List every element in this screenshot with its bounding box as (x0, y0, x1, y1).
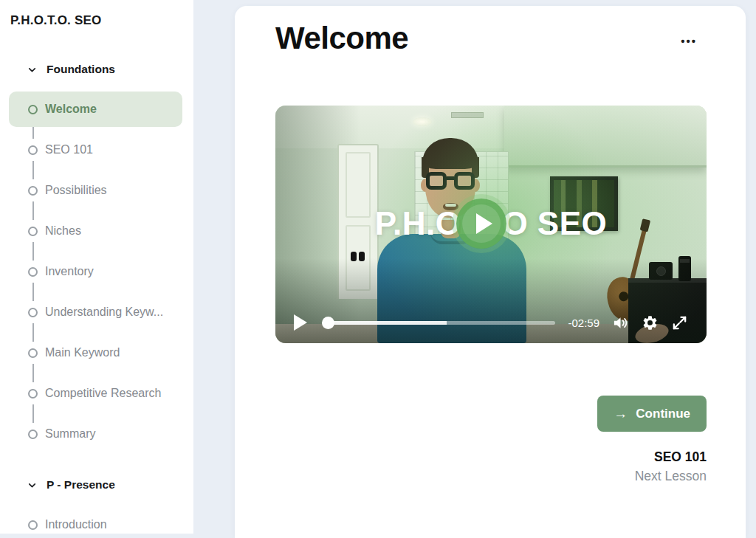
lesson-status-circle-icon (28, 520, 38, 530)
timeline-connector (32, 364, 34, 382)
video-title-left: P.H.O (375, 207, 461, 240)
sidebar-item-understanding-keywords[interactable]: Understanding Keyw... (9, 301, 182, 323)
section-header-foundations[interactable]: Foundations (27, 63, 193, 76)
sidebar-item-competitive-research[interactable]: Competitive Research (9, 382, 182, 404)
fullscreen-icon[interactable] (671, 314, 688, 331)
timeline-connector (32, 323, 34, 342)
sidebar-item-label: Inventory (45, 265, 94, 278)
play-icon (476, 213, 492, 234)
sidebar-item-possibilities[interactable]: Possibilities (9, 179, 182, 201)
play-icon[interactable] (294, 314, 307, 331)
lesson-list-p-presence: Introduction (0, 514, 193, 534)
video-title-right: O SEO (502, 207, 607, 240)
lesson-card: Welcome ••• P.H. (235, 6, 746, 538)
ellipsis-menu-icon[interactable]: ••• (681, 35, 697, 46)
section-label: P - Presence (47, 478, 115, 492)
lesson-status-circle-icon (28, 267, 38, 277)
sidebar-item-label: Understanding Keyw... (45, 306, 163, 319)
sidebar-item-welcome[interactable]: Welcome (9, 98, 182, 120)
timeline-connector (32, 242, 34, 261)
sidebar-item-label: Main Keyword (45, 346, 120, 359)
sidebar-item-label: Competitive Research (45, 387, 161, 400)
lesson-list-foundations: Welcome SEO 101 Possibilities Niches Inv… (0, 98, 193, 445)
time-remaining: -02:59 (568, 317, 599, 329)
chevron-down-icon (27, 65, 37, 75)
video-controls-bar: -02:59 (275, 302, 707, 343)
lesson-status-circle-icon (28, 105, 38, 114)
lesson-status-circle-icon (28, 227, 38, 236)
volume-icon[interactable] (612, 314, 629, 331)
timeline-connector (32, 161, 34, 179)
course-title: P.H.O.T.O. SEO (10, 13, 193, 28)
sidebar-item-label: Introduction (45, 518, 107, 531)
lesson-status-circle-icon (28, 430, 38, 439)
next-lesson-subtitle: Next Lesson (635, 469, 707, 484)
sidebar-item-summary[interactable]: Summary (9, 423, 182, 445)
progress-knob[interactable] (322, 317, 334, 329)
play-overlay-button[interactable] (456, 199, 506, 249)
sidebar-item-label: Possibilities (45, 184, 107, 197)
lesson-status-circle-icon (28, 186, 38, 196)
sidebar-item-label: Niches (45, 224, 81, 238)
lesson-status-circle-icon (28, 145, 38, 155)
sidebar-item-inventory[interactable]: Inventory (9, 261, 182, 283)
timeline-connector (32, 283, 34, 301)
sidebar-item-label: Welcome (45, 103, 97, 116)
lesson-status-circle-icon (28, 308, 38, 317)
continue-button[interactable]: → Continue (597, 396, 707, 432)
page-title: Welcome (275, 21, 408, 56)
sidebar-item-seo-101[interactable]: SEO 101 (9, 139, 182, 161)
video-progress-bar[interactable] (324, 321, 555, 325)
section-header-p-presence[interactable]: P - Presence (27, 478, 193, 492)
video-overlay-title: P.H.O O SEO (275, 199, 707, 249)
timeline-connector (32, 201, 34, 220)
sidebar-item-label: Summary (45, 427, 95, 441)
continue-button-label: Continue (636, 407, 690, 421)
timeline-connector (32, 404, 34, 423)
lesson-status-circle-icon (28, 389, 38, 399)
settings-gear-icon[interactable] (642, 314, 659, 331)
next-lesson-title: SEO 101 (654, 449, 707, 465)
sidebar-item-label: SEO 101 (45, 143, 93, 156)
chevron-down-icon (27, 480, 37, 490)
arrow-right-icon: → (614, 407, 628, 421)
course-sidebar: P.H.O.T.O. SEO Foundations Welcome SEO 1… (0, 0, 193, 534)
sidebar-item-main-keyword[interactable]: Main Keyword (9, 342, 182, 364)
sidebar-item-niches[interactable]: Niches (9, 220, 182, 242)
video-player[interactable]: P.H.O O SEO -02:59 (275, 106, 707, 343)
section-label: Foundations (47, 63, 115, 76)
lesson-status-circle-icon (28, 348, 38, 358)
sidebar-item-introduction[interactable]: Introduction (9, 514, 182, 534)
